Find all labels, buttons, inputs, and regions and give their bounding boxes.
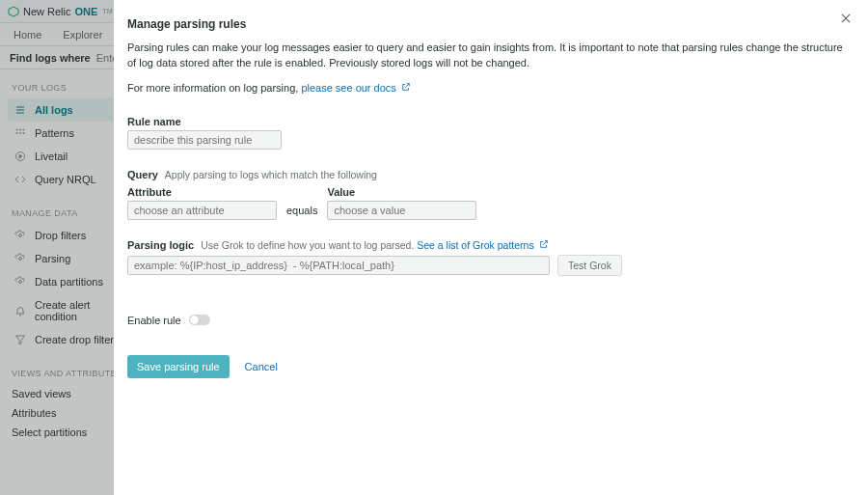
grok-patterns-link[interactable]: See a list of Grok patterns: [417, 239, 548, 251]
parsing-logic-input[interactable]: [127, 256, 550, 275]
test-grok-button[interactable]: Test Grok: [557, 255, 622, 276]
external-link-icon: [539, 239, 549, 249]
docs-link[interactable]: please see our docs: [301, 82, 411, 94]
rule-name-input[interactable]: [127, 130, 282, 150]
query-label: Query Apply parsing to logs which match …: [127, 169, 845, 180]
parsing-hint: Use Grok to define how you want to log p…: [201, 239, 548, 251]
attribute-input[interactable]: [127, 201, 277, 220]
parsing-logic-label: Parsing logic Use Grok to define how you…: [127, 239, 845, 251]
cancel-button[interactable]: Cancel: [245, 361, 278, 372]
panel-description: Parsing rules can make your log messages…: [127, 41, 845, 71]
rule-name-label: Rule name: [127, 116, 845, 127]
query-hint: Apply parsing to logs which match the fo…: [165, 169, 377, 180]
value-label: Value: [327, 186, 476, 198]
close-button[interactable]: [839, 12, 853, 28]
toggle-knob: [190, 316, 199, 324]
save-parsing-rule-button[interactable]: Save parsing rule: [127, 355, 230, 378]
enable-rule-toggle[interactable]: [189, 315, 210, 325]
panel-more-info: For more information on log parsing, ple…: [127, 81, 845, 96]
enable-rule-label: Enable rule: [127, 315, 181, 326]
more-info-text: For more information on log parsing,: [127, 82, 301, 94]
close-icon: [839, 12, 853, 25]
attribute-label: Attribute: [127, 186, 277, 198]
equals-label: equals: [286, 205, 317, 220]
external-link-icon: [401, 82, 411, 92]
panel-title: Manage parsing rules: [127, 17, 845, 31]
value-input[interactable]: [327, 201, 476, 220]
parsing-rule-panel: Manage parsing rules Parsing rules can m…: [114, 0, 868, 495]
